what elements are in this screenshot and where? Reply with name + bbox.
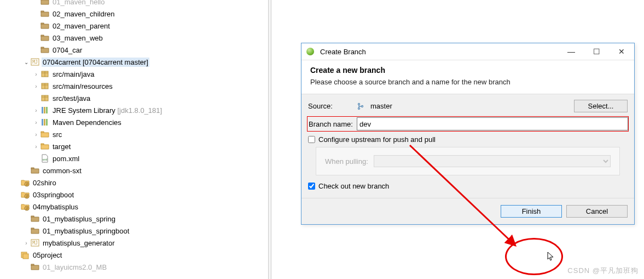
cancel-button[interactable]: Cancel [566, 205, 628, 218]
dialog-title: Create Branch [317, 48, 559, 56]
tree-item[interactable]: ›src/main/resources [0, 80, 268, 92]
tree-item-label: 05project [32, 250, 63, 260]
disclosure-triangle-icon[interactable]: › [22, 240, 31, 246]
watermark: CSDN @平凡加班狗 [567, 266, 639, 276]
source-label: Source: [308, 102, 356, 110]
disclosure-triangle-icon[interactable]: › [32, 107, 40, 113]
lib-icon [40, 106, 49, 115]
project-explorer[interactable]: 01_maven_hello02_maven_children02_maven_… [0, 0, 268, 275]
folder-closed-icon [40, 33, 49, 42]
branch-name-input[interactable] [357, 117, 628, 130]
tree-item[interactable]: ›src [0, 128, 268, 140]
select-source-button[interactable]: Select... [574, 100, 628, 112]
tree-item[interactable]: ›Maven Dependencies [0, 116, 268, 128]
tree-item[interactable]: J04mybatisplus [0, 201, 268, 213]
jproj-icon: J [21, 190, 30, 199]
svg-rect-20 [44, 119, 45, 126]
source-value: master [370, 102, 392, 110]
tree-item[interactable]: J03springboot [0, 189, 268, 201]
tree-item-label: 02shiro [32, 178, 57, 187]
svg-rect-38 [31, 264, 34, 265]
dialog-titlebar[interactable]: Create Branch — ☐ ✕ [301, 43, 634, 60]
tree-item-label: 0704carrent [0704carrent master] [42, 58, 149, 67]
tree-item-label: 01_mybatisplus_springboot [42, 226, 130, 236]
maximize-button[interactable]: ☐ [584, 43, 609, 60]
tree-item-label: 03springboot [32, 190, 75, 200]
svg-point-40 [358, 107, 360, 109]
pkg-icon [40, 70, 49, 78]
folder-icon [40, 130, 49, 139]
tree-item-label: 03_maven_web [51, 33, 104, 43]
svg-rect-17 [44, 107, 45, 113]
tree-item-label: pom.xml [51, 154, 80, 163]
svg-rect-2 [41, 23, 44, 24]
tree-item-label: 04mybatisplus [32, 202, 79, 212]
disclosure-triangle-icon[interactable]: › [32, 132, 40, 138]
tree-item[interactable]: J02shiro [0, 176, 268, 189]
tree-item-label: src/main/java [51, 70, 96, 79]
tree-item[interactable]: xmlpom.xml [0, 152, 268, 164]
tree-item-label: mybatisplus_generator [42, 238, 116, 248]
minimize-button[interactable]: — [559, 43, 584, 60]
tree-item[interactable]: 01_maven_hello [0, 0, 268, 8]
tree-item[interactable]: ⌄MJ0704carrent [0704carrent master] [0, 56, 268, 68]
tree-item[interactable]: 05project [0, 249, 268, 261]
dialog-button-bar: Finish Cancel [301, 198, 634, 224]
tree-item[interactable]: ›src/main/java [0, 68, 268, 80]
jproj-multi-icon [21, 250, 30, 259]
annotation-circle [505, 238, 563, 275]
mj-icon: MJ [31, 58, 39, 66]
disclosure-triangle-icon[interactable]: › [32, 83, 40, 89]
tree-item[interactable]: src/test/java [0, 92, 268, 104]
app-icon [306, 47, 315, 56]
disclosure-triangle-icon[interactable]: › [32, 144, 40, 150]
tree-item[interactable]: 01_layuicms2.0_MB [0, 261, 268, 273]
svg-text:MJ: MJ [32, 241, 38, 246]
tree-item[interactable]: 03_maven_web [0, 32, 268, 44]
pkg-icon [40, 82, 49, 90]
disclosure-triangle-icon[interactable]: › [32, 119, 40, 126]
svg-rect-33 [31, 228, 34, 229]
svg-rect-19 [42, 119, 43, 126]
tree-item[interactable]: 0704_car [0, 44, 268, 56]
tree-item-label: common-sxt [42, 166, 83, 175]
folder-icon [40, 142, 49, 151]
jproj-icon: J [21, 178, 30, 187]
jproj-icon: J [21, 202, 30, 211]
tree-item[interactable]: 01_mybatisplus_spring [0, 213, 268, 225]
upstream-options: When pulling: [316, 147, 620, 175]
configure-upstream-input[interactable] [308, 136, 315, 143]
dialog-heading: Create a new branch [310, 66, 625, 75]
mj-icon: MJ [31, 238, 39, 247]
tree-item[interactable]: common-sxt [0, 164, 268, 176]
tree-item-label: 02_maven_children [51, 9, 115, 19]
tree-item[interactable]: ›JRE System Library [jdk1.8.0_181] [0, 104, 268, 116]
tree-item[interactable]: 02_maven_children [0, 8, 268, 20]
svg-text:J: J [26, 207, 28, 210]
disclosure-triangle-icon[interactable]: ⌄ [22, 59, 31, 65]
tree-item-label: 01_maven_hello [51, 0, 106, 7]
checkout-new-branch-checkbox[interactable]: Check out new branch [308, 182, 628, 190]
tree-item-label: 02_maven_parent [51, 21, 111, 31]
close-button[interactable]: ✕ [609, 43, 634, 60]
folder-closed-icon [40, 45, 49, 54]
dialog-subheading: Please choose a source branch and a name… [310, 78, 625, 86]
tree-item[interactable]: ›MJmybatisplus_generator [0, 237, 268, 249]
configure-upstream-checkbox[interactable]: Configure upstream for push and pull [308, 135, 628, 144]
folder-closed-icon [31, 263, 39, 271]
tree-item[interactable]: 01_mybatisplus_springboot [0, 225, 268, 237]
folder-closed-icon [31, 214, 39, 223]
mouse-cursor-icon [547, 252, 555, 261]
tree-item-label: Maven Dependencies [51, 118, 123, 127]
svg-text:J: J [26, 183, 28, 186]
tree-item[interactable]: 02_maven_parent [0, 20, 268, 32]
pane-divider[interactable] [268, 0, 271, 279]
tree-item-label: 01_layuicms2.0_MB [42, 263, 108, 272]
checkout-new-branch-input[interactable] [308, 183, 315, 190]
folder-closed-icon [40, 0, 49, 6]
disclosure-triangle-icon[interactable]: › [32, 71, 40, 77]
dialog-header: Create a new branch Please choose a sour… [301, 60, 634, 94]
when-pulling-select [374, 155, 611, 167]
tree-item[interactable]: ›target [0, 140, 268, 152]
finish-button[interactable]: Finish [501, 205, 562, 218]
